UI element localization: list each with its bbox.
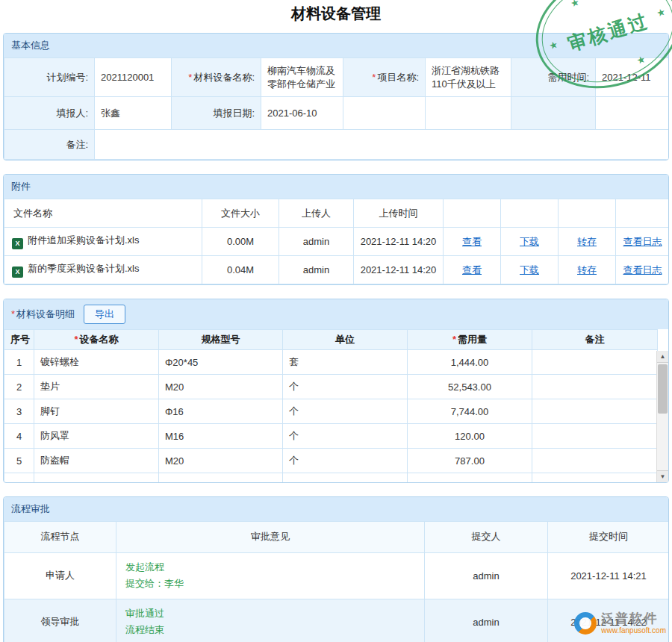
approval-header: 流程审批 (4, 497, 668, 521)
equipment-remark (532, 399, 658, 424)
detail-table-header: 序号 *设备名称 规格型号 单位 *需用量 备注 (4, 330, 658, 350)
filler-label: 填报人: (4, 97, 95, 130)
detail-row: 5 防盗帽 M20 个 787.00 (4, 449, 658, 473)
view-link[interactable]: 查看 (462, 236, 482, 247)
row-index: 2 (4, 375, 34, 399)
empty-cell (343, 97, 426, 130)
col-remark: 备注 (532, 330, 658, 350)
equipment-name: 脚钉 (34, 399, 159, 424)
col-action (501, 199, 559, 228)
need-time-value: 2021-12-11 (596, 58, 670, 97)
scroll-down-icon[interactable]: ▼ (657, 470, 668, 482)
approval-row: 申请人 发起流程 提交给：李华 admin 2021-12-11 14:21 (4, 552, 670, 599)
file-uploader: admin (279, 256, 354, 284)
vertical-scrollbar[interactable]: ▲ ▼ (656, 351, 668, 482)
equipment-qty: 787.00 (408, 449, 532, 473)
equipment-spec: Φ20*45 (159, 350, 283, 375)
need-time-label: 需用时间: (511, 58, 596, 97)
attachments-table-header: 文件名称 文件大小 上传人 上传时间 (4, 199, 670, 228)
detail-table: 序号 *设备名称 规格型号 单位 *需用量 备注 1 镀锌螺栓 Φ20*45 套… (4, 329, 658, 482)
attachments-table: 文件名称 文件大小 上传人 上传时间 X附件追加采购设备计划.xls 0.00M… (4, 199, 669, 284)
filler-value: 张鑫 (95, 97, 172, 130)
equipment-name: 垫片 (34, 375, 159, 399)
file-size: 0.00M (202, 228, 279, 256)
row-index: 3 (4, 399, 34, 424)
col-action (559, 199, 616, 228)
equipment-name: 防盗帽 (34, 449, 159, 473)
approval-table-header: 流程节点 审批意见 提交人 提交时间 (4, 521, 670, 552)
attachments-header: 附件 (4, 175, 668, 199)
empty-cell (596, 97, 670, 130)
col-uploader: 上传人 (279, 199, 354, 228)
download-link[interactable]: 下载 (520, 236, 539, 247)
flow-node: 领导审批 (4, 599, 116, 642)
required-mark: * (452, 334, 456, 345)
equipment-name: 镀锌螺栓 (34, 350, 159, 375)
transfer-link[interactable]: 转存 (577, 264, 597, 275)
col-qty: *需用量 (408, 330, 532, 350)
basic-info-section: 基本信息 计划编号: 2021120001 *材料设备名称: 柳南汽车物流及零部… (3, 33, 669, 160)
plan-no-label: 计划编号: (4, 58, 95, 97)
scrollbar-thumb[interactable] (658, 364, 668, 414)
flow-opinion: 审批通过 流程结束 (116, 599, 425, 642)
detail-row: 2 垫片 M20 个 52,543.00 (4, 375, 658, 399)
file-name: X附件追加采购设备计划.xls (4, 228, 202, 256)
attachments-title: 附件 (11, 180, 31, 193)
col-index: 序号 (4, 330, 34, 350)
equipment-spec: M20 (159, 449, 283, 473)
basic-info-table: 计划编号: 2021120001 *材料设备名称: 柳南汽车物流及零部件仓储产业… (4, 57, 669, 160)
col-opinion: 审批意见 (116, 521, 425, 552)
equipment-qty: 52,543.00 (408, 375, 532, 399)
equipment-unit: 套 (283, 350, 408, 375)
file-upload-time: 2021-12-11 14:20 (354, 228, 444, 256)
remark-value (95, 130, 670, 160)
equipment-qty: 120.00 (408, 424, 532, 449)
project-value: 浙江省湖杭铁路110千伏及以上 (426, 58, 511, 97)
col-file-size: 文件大小 (202, 199, 279, 228)
equipment-unit: 个 (283, 399, 408, 424)
export-button[interactable]: 导出 (84, 305, 125, 324)
project-label: *项目名称: (343, 58, 426, 97)
equipment-remark (532, 375, 658, 399)
transfer-link[interactable]: 转存 (577, 236, 597, 247)
col-submit-time: 提交时间 (548, 521, 670, 552)
view-link[interactable]: 查看 (462, 264, 482, 275)
flow-opinion: 发起流程 提交给：李华 (116, 552, 425, 599)
required-mark: * (74, 334, 78, 345)
flow-submitter: admin (425, 552, 548, 599)
equipment-spec: M16 (159, 424, 283, 449)
col-unit: 单位 (283, 330, 408, 350)
equipment-qty: 1,444.00 (408, 350, 532, 375)
detail-row: 1 镀锌螺栓 Φ20*45 套 1,444.00 (4, 350, 658, 375)
excel-file-icon: X (12, 238, 23, 249)
attachment-row: X新的季度采购设备计划.xls 0.04M admin 2021-12-11 1… (4, 256, 670, 284)
brand-name: 泛普软件 (601, 612, 666, 626)
flow-node: 申请人 (4, 552, 116, 599)
material-name-value: 柳南汽车物流及零部件仓储产业 (261, 58, 343, 97)
equipment-unit: 个 (283, 375, 408, 399)
equipment-remark (532, 350, 658, 375)
fanpu-logo-icon (574, 612, 597, 635)
row-index: 5 (4, 449, 34, 473)
empty-cell (426, 97, 511, 130)
view-log-link[interactable]: 查看日志 (623, 236, 662, 247)
detail-title: *材料设备明细 (11, 308, 75, 321)
col-action (444, 199, 501, 228)
empty-label-cell (511, 97, 596, 130)
brand-url: www.fanpusoft.com (601, 626, 666, 635)
detail-row: 4 防风罩 M16 个 120.00 (4, 424, 658, 449)
download-link[interactable]: 下载 (520, 264, 539, 275)
plan-no-value: 2021120001 (95, 58, 172, 97)
flow-submitter: admin (425, 599, 548, 642)
scroll-up-icon[interactable]: ▲ (657, 351, 668, 363)
file-upload-time: 2021-12-11 14:20 (354, 256, 444, 284)
detail-header: *材料设备明细 导出 (4, 299, 668, 329)
detail-row: 3 脚钉 Φ16 个 7,744.00 (4, 399, 658, 424)
required-mark: * (372, 72, 376, 83)
required-mark: * (188, 72, 192, 83)
approval-table: 流程节点 审批意见 提交人 提交时间 申请人 发起流程 提交给：李华 admin… (4, 521, 669, 642)
file-uploader: admin (279, 228, 354, 256)
view-log-link[interactable]: 查看日志 (623, 264, 662, 275)
col-equipment-name: *设备名称 (34, 330, 159, 350)
basic-info-title: 基本信息 (11, 39, 50, 52)
